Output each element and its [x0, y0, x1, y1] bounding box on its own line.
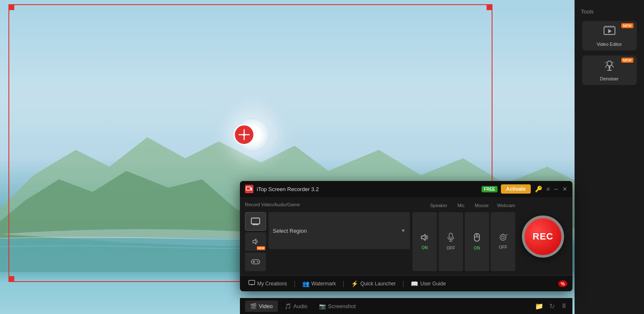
tools-panel: Tools NEW Video Editor NEW	[575, 0, 644, 314]
rec-button[interactable]: REC	[522, 216, 564, 258]
mouse-icon	[473, 233, 481, 244]
denoiser-tool[interactable]: NEW Denoiser	[582, 56, 637, 85]
title-actions: Activate 🔑 ≡ ─ ✕	[501, 184, 567, 194]
mouse-state: ON	[474, 246, 480, 250]
svg-rect-35	[249, 280, 255, 285]
quick-launcher-label: Quick Launcher	[360, 281, 396, 287]
svg-point-11	[607, 61, 612, 66]
rec-area: REC	[519, 202, 567, 271]
denoiser-label: Denoiser	[600, 76, 618, 81]
video-tab-label: Video	[259, 303, 273, 309]
audio-tab-icon: 🎵	[285, 303, 291, 309]
my-creations-label: My Creations	[257, 281, 287, 287]
refresh-icon[interactable]: ↻	[549, 302, 555, 310]
watermark-label: Watermark	[311, 281, 336, 287]
denoiser-icon	[603, 59, 616, 75]
video-editor-label: Video Editor	[597, 42, 622, 47]
speaker-icon	[420, 233, 429, 244]
screenshot-tab-label: Screenshot	[328, 303, 356, 309]
title-bar: iTop Screen Recorder 3.2 FREE Activate 🔑…	[240, 181, 572, 197]
quick-launcher-link[interactable]: ⚡ Quick Launcher	[348, 279, 399, 289]
webcam-toggle[interactable]: OFF	[491, 212, 515, 271]
close-button[interactable]: ✕	[562, 186, 567, 192]
tab-video[interactable]: 🎬 Video	[245, 301, 278, 312]
key-icon-button[interactable]: 🔑	[535, 186, 542, 192]
svg-rect-25	[449, 233, 452, 238]
region-select-text: Select Region	[273, 228, 397, 234]
mic-state: OFF	[447, 246, 455, 250]
svg-rect-8	[607, 26, 609, 27]
mic-icon	[447, 233, 455, 244]
section-label: Record Video/Audio/Game	[245, 202, 300, 207]
user-guide-link[interactable]: 📖 User Guide	[407, 279, 449, 289]
user-guide-label: User Guide	[420, 281, 446, 287]
video-tab-icon: 🎬	[250, 303, 257, 309]
pause-icon[interactable]: ⏸	[561, 302, 567, 310]
audio-mode-button[interactable]: NEW	[245, 232, 266, 251]
svg-rect-7	[605, 26, 607, 27]
screen-mode-button[interactable]	[245, 212, 266, 231]
tab-bar: 🎬 Video 🎵 Audio 📷 Screenshot 📁 ↻ ⏸	[240, 298, 572, 314]
speaker-toggle[interactable]: ON	[412, 212, 437, 271]
quick-launcher-icon: ⚡	[351, 280, 358, 287]
folder-icon[interactable]: 📁	[535, 302, 543, 310]
move-cursor[interactable]	[234, 124, 255, 145]
mouse-toggle[interactable]: ON	[465, 212, 489, 271]
svg-rect-16	[251, 218, 260, 224]
app-title: iTop Screen Recorder 3.2	[257, 186, 478, 192]
svg-rect-12	[609, 66, 610, 69]
menu-icon-button[interactable]: ≡	[546, 186, 550, 192]
tab-screenshot[interactable]: 📷 Screenshot	[314, 301, 361, 312]
creations-icon	[248, 280, 255, 287]
speaker-state: ON	[422, 245, 428, 250]
bottom-bar: My Creations | 👥 Watermark | ⚡ Quick Lau…	[240, 275, 572, 291]
game-mode-button[interactable]	[245, 253, 266, 271]
user-guide-icon: 📖	[411, 280, 418, 287]
app-logo	[245, 185, 253, 193]
watermark-icon: 👥	[302, 280, 309, 287]
webcam-icon	[498, 234, 508, 243]
webcam-state: OFF	[499, 245, 507, 250]
mouse-header: Mouse	[475, 203, 489, 208]
svg-line-34	[506, 234, 508, 235]
mode-buttons: NEW	[245, 212, 266, 271]
watermark-link[interactable]: 👥 Watermark	[299, 279, 339, 289]
svg-point-24	[258, 262, 258, 263]
svg-rect-10	[612, 26, 614, 27]
video-editor-badge: NEW	[621, 23, 633, 28]
toggle-controls: ON OFF	[412, 212, 515, 271]
tab-audio[interactable]: 🎵 Audio	[279, 301, 312, 312]
mic-toggle[interactable]: OFF	[439, 212, 463, 271]
svg-point-30	[476, 234, 478, 236]
region-select[interactable]: Select Region ▼	[269, 212, 410, 249]
svg-point-32	[502, 236, 504, 239]
video-editor-icon	[603, 25, 616, 40]
recorder-panel: iTop Screen Recorder 3.2 FREE Activate 🔑…	[240, 181, 572, 291]
svg-point-23	[257, 261, 258, 262]
free-badge: FREE	[482, 186, 498, 192]
discount-badge[interactable]: %	[558, 280, 567, 287]
crosshair-icon	[234, 124, 255, 145]
minimize-button[interactable]: ─	[554, 186, 558, 192]
webcam-header: Webcam	[497, 203, 515, 208]
bottom-right-actions: %	[558, 280, 567, 287]
tab-right-actions: 📁 ↻ ⏸	[535, 302, 567, 310]
screenshot-tab-icon: 📷	[319, 303, 326, 309]
mic-header: Mic	[458, 203, 465, 208]
svg-rect-9	[610, 26, 612, 27]
video-editor-tool[interactable]: NEW Video Editor	[582, 21, 637, 51]
svg-point-31	[500, 234, 506, 240]
tools-title: Tools	[575, 8, 593, 15]
left-controls: Record Video/Audio/Game Speaker Mic Mous…	[245, 202, 515, 271]
svg-rect-15	[246, 187, 250, 190]
speaker-header: Speaker	[430, 203, 447, 208]
region-dropdown-arrow: ▼	[401, 228, 406, 234]
svg-point-5	[243, 133, 245, 136]
denoiser-badge: NEW	[621, 58, 633, 63]
my-creations-link[interactable]: My Creations	[245, 278, 290, 289]
activate-button[interactable]: Activate	[501, 184, 531, 194]
audio-tab-label: Audio	[293, 303, 307, 309]
main-content: Record Video/Audio/Game Speaker Mic Mous…	[240, 197, 572, 271]
